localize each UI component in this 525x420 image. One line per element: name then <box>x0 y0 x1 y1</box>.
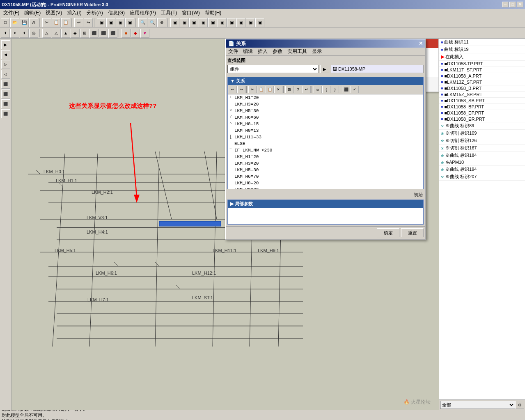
tb-b4[interactable]: ▣ <box>125 18 134 27</box>
list-item[interactable]: ■ ■DX11058_EP.PRT <box>439 110 525 116</box>
dialog-menu-utilities[interactable]: 实用工具 <box>285 47 309 56</box>
left-btn-2[interactable]: ◀ <box>1 50 10 59</box>
menu-insert[interactable]: 插入(I) <box>64 9 84 17</box>
menu-info[interactable]: 信息(G) <box>105 9 127 17</box>
close-button[interactable]: ✕ <box>517 2 523 7</box>
left-btn-1[interactable]: ▶ <box>1 40 10 49</box>
dialog-menu-file[interactable]: 文件 <box>226 47 241 56</box>
search-arrow-btn[interactable]: ▶ <box>320 65 329 73</box>
rel-tb-help[interactable]: ? <box>294 86 302 93</box>
rel-tb-verify[interactable]: ⊞ <box>285 86 293 93</box>
rel-tb-paste[interactable]: 📋 <box>266 86 274 93</box>
left-btn-6[interactable]: ⬛ <box>1 90 10 99</box>
tb-b1[interactable]: ▣ <box>97 18 106 27</box>
list-item[interactable]: ※ ※切割 标识126 <box>439 137 525 145</box>
confirm-button[interactable]: 确定 <box>377 228 399 237</box>
menu-edit[interactable]: 编辑(E) <box>22 9 43 17</box>
tb-zoom-fit[interactable]: ⊕ <box>157 18 166 27</box>
local-params-header[interactable]: ▶ 局部参数 <box>228 200 423 208</box>
menu-help[interactable]: 帮助(H) <box>202 9 224 17</box>
tb-c1[interactable]: ▣ <box>170 18 179 27</box>
rel-tb-check[interactable]: ✓ <box>351 86 359 93</box>
tb-b3[interactable]: ▣ <box>116 18 125 27</box>
tb-print[interactable]: 🖨 <box>29 18 38 27</box>
tb-c6[interactable]: ▣ <box>218 18 227 27</box>
tb-zoom-out[interactable]: 🔍 <box>148 18 157 27</box>
rel-tb-param[interactable]: ⬛ <box>342 86 350 93</box>
relations-text-area[interactable]: +LKM_H1=20-LKM_H3=20×LKM_H5=30/LKM_H6=60… <box>228 94 423 189</box>
tb2-b9[interactable]: ⊞ <box>80 29 89 38</box>
menu-applications[interactable]: 应用程序(P) <box>127 9 158 17</box>
rel-tb-redo[interactable]: ↪ <box>237 86 245 93</box>
tb-c7[interactable]: ▣ <box>227 18 236 27</box>
tb2-chart[interactable]: ■ <box>122 29 131 38</box>
dialog-menu-params[interactable]: 参数 <box>270 47 285 56</box>
tb-c5[interactable]: ▣ <box>208 18 217 27</box>
tb2-b10[interactable]: ⬛ <box>89 29 99 38</box>
rel-tb-insert[interactable]: ↵ <box>303 86 311 93</box>
dialog-menu-edit[interactable]: 编辑 <box>241 47 255 56</box>
list-item[interactable]: ■ ■DX11058_BP.PRT <box>439 104 525 110</box>
tb2-b6[interactable]: △ <box>52 29 61 38</box>
menu-tools[interactable]: 工具(T) <box>158 9 179 17</box>
list-item[interactable]: ※ ※曲线 标识184 <box>439 152 525 159</box>
list-item[interactable]: ■ ■DX11058_B.PRT <box>439 85 525 92</box>
tb-paste[interactable]: 📋 <box>61 18 70 27</box>
list-item[interactable]: ※ ※APM10 <box>439 159 525 166</box>
list-item[interactable]: ■ ■DX11058_A.PRT <box>439 73 525 79</box>
tb-b2[interactable]: ▣ <box>106 18 115 27</box>
list-item[interactable]: ※ ※曲线 标识194 <box>439 166 525 173</box>
tb-c9[interactable]: ▣ <box>246 18 255 27</box>
rel-tb-fx[interactable]: fx <box>314 86 322 93</box>
list-item[interactable]: ※ ※曲线 标识207 <box>439 173 525 181</box>
tb-cut[interactable]: ✂ <box>42 18 51 27</box>
menu-analysis[interactable]: 分析(A) <box>84 9 105 17</box>
rel-tb-copy[interactable]: 📋 <box>257 86 265 93</box>
tb2-b12[interactable]: ⬛ <box>108 29 117 38</box>
menu-file[interactable]: 文件(F) <box>1 9 22 17</box>
maximize-button[interactable]: □ <box>509 2 516 7</box>
left-btn-8[interactable]: ⬛ <box>1 109 10 118</box>
rel-tb-cut[interactable]: ✂ <box>248 86 257 93</box>
list-item[interactable]: ※ ※切割 标识109 <box>439 130 525 137</box>
list-item[interactable]: ※ ※曲线 标识89 <box>439 122 525 130</box>
left-btn-7[interactable]: ⬛ <box>1 99 10 108</box>
list-item[interactable]: ■ ■DX11058-TP.PRT <box>439 61 525 67</box>
dialog-close-button[interactable]: ✕ <box>419 41 423 46</box>
tb-c3[interactable]: ▣ <box>189 18 198 27</box>
list-item[interactable]: ※ ※切割 标识167 <box>439 145 525 152</box>
tb2-diamond[interactable]: ◆ <box>131 29 140 38</box>
tb-open[interactable]: 📂 <box>10 18 19 27</box>
list-item[interactable]: ■ ■LKM15Z_SP.PRT <box>439 92 525 98</box>
tb2-b7[interactable]: ▲ <box>61 29 70 38</box>
tb-save[interactable]: 💾 <box>20 18 29 27</box>
rel-tb-undo[interactable]: ↩ <box>229 86 237 93</box>
list-item[interactable]: ■ ■DX11058_ER.PRT <box>439 116 525 122</box>
reset-button[interactable]: 重置 <box>401 228 424 237</box>
list-item[interactable]: ■ ■LKM11T_ST.PRT <box>439 67 525 73</box>
tb-redo[interactable]: ↪ <box>84 18 93 27</box>
tb2-b4[interactable]: ◎ <box>29 29 38 38</box>
tb2-b11[interactable]: ⬛ <box>99 29 108 38</box>
list-item[interactable]: ■ ■LKM13Z_ST.PRT <box>439 79 525 85</box>
left-btn-5[interactable]: ⬛ <box>1 80 10 89</box>
minimize-button[interactable]: ─ <box>502 2 509 7</box>
left-btn-4[interactable]: ◁ <box>1 70 10 79</box>
tb-c2[interactable]: ▣ <box>180 18 189 27</box>
menu-window[interactable]: 窗口(W) <box>179 9 202 17</box>
dialog-menu-insert[interactable]: 插入 <box>255 47 270 56</box>
tb-c8[interactable]: ▣ <box>236 18 245 27</box>
left-btn-3[interactable]: ▷ <box>1 60 10 69</box>
tb2-heart[interactable]: ♥ <box>140 29 149 38</box>
tb-zoom-in[interactable]: 🔍 <box>138 18 147 27</box>
tb2-b5[interactable]: △ <box>42 29 51 38</box>
tb-copy[interactable]: 📋 <box>52 18 61 27</box>
tb-c4[interactable]: ▣ <box>199 18 208 27</box>
list-item[interactable]: ■ 曲线 标识19 <box>439 46 525 53</box>
tb-c10[interactable]: ▣ <box>255 18 264 27</box>
list-item[interactable]: ■ 曲线 标识11 <box>439 39 525 46</box>
tb2-b2[interactable]: ✦ <box>10 29 19 38</box>
right-panel-filter-btn[interactable]: ⚙ <box>515 401 524 409</box>
rel-tb-open-brace[interactable]: { <box>322 86 330 93</box>
tb-new[interactable]: □ <box>1 18 10 27</box>
